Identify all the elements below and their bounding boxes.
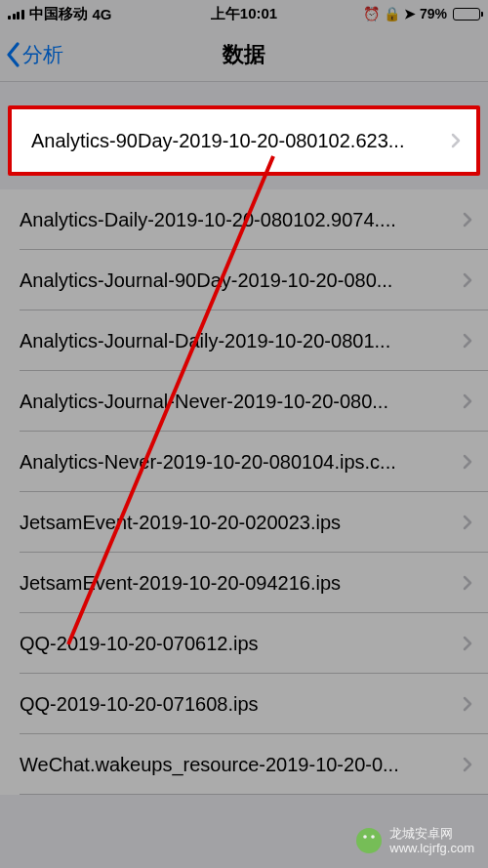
signal-icon	[8, 8, 24, 20]
list-item[interactable]: JetsamEvent-2019-10-20-094216.ips	[0, 553, 488, 613]
status-bar: 中国移动 4G 上午10:01 ⏰ 🔒 ➤ 79%	[0, 0, 488, 27]
list-item[interactable]: Analytics-90Day-2019-10-20-080102.623...	[12, 109, 476, 172]
status-left: 中国移动 4G	[8, 5, 112, 23]
list-item[interactable]: Analytics-Journal-Never-2019-10-20-080..…	[0, 371, 488, 432]
chevron-right-icon	[463, 393, 472, 409]
back-button[interactable]: 分析	[0, 41, 63, 68]
list-item-label: JetsamEvent-2019-10-20-094216.ips	[20, 572, 463, 595]
list-item-label: QQ-2019-10-20-070612.ips	[20, 633, 463, 655]
chevron-right-icon	[463, 696, 472, 712]
list-item-label: Analytics-Journal-Daily-2019-10-20-0801.…	[20, 330, 463, 352]
list-item[interactable]: WeChat.wakeups_resource-2019-10-20-0...	[0, 734, 488, 795]
battery-label: 79%	[420, 6, 447, 21]
lock-icon: 🔒	[384, 6, 400, 21]
status-right: ⏰ 🔒 ➤ 79%	[363, 6, 480, 21]
alarm-icon: ⏰	[363, 6, 380, 21]
chevron-right-icon	[463, 757, 472, 772]
page-title: 数据	[223, 40, 265, 69]
chevron-left-icon	[6, 42, 20, 67]
status-time: 上午10:01	[211, 5, 277, 23]
chevron-right-icon	[463, 515, 472, 530]
watermark-logo-icon	[354, 826, 384, 855]
chevron-right-icon	[463, 212, 472, 227]
chevron-right-icon	[451, 133, 461, 148]
watermark-name: 龙城安卓网	[389, 826, 474, 842]
location-icon: ➤	[404, 6, 416, 21]
list-item-label: Analytics-Never-2019-10-20-080104.ips.c.…	[20, 451, 463, 474]
svg-point-2	[364, 836, 368, 840]
list-item[interactable]: JetsamEvent-2019-10-20-020023.ips	[0, 492, 488, 553]
watermark: 龙城安卓网 www.lcjrfg.com	[354, 826, 474, 856]
chevron-right-icon	[463, 636, 472, 651]
svg-point-1	[356, 828, 382, 853]
chevron-right-icon	[463, 272, 472, 288]
list-item[interactable]: QQ-2019-10-20-070612.ips	[0, 613, 488, 674]
battery-icon	[453, 8, 480, 21]
list-item-label: QQ-2019-10-20-071608.ips	[20, 693, 463, 716]
chevron-right-icon	[463, 575, 472, 591]
list-item[interactable]: QQ-2019-10-20-071608.ips	[0, 674, 488, 734]
network-label: 4G	[93, 6, 112, 22]
list-item-label: Analytics-Daily-2019-10-20-080102.9074..…	[20, 209, 463, 231]
list-item-label: JetsamEvent-2019-10-20-020023.ips	[20, 512, 463, 534]
highlight-annotation: Analytics-90Day-2019-10-20-080102.623...	[8, 105, 480, 176]
list-item-label: Analytics-Journal-90Day-2019-10-20-080..…	[20, 269, 463, 292]
nav-bar: 分析 数据	[0, 27, 488, 82]
svg-point-3	[372, 836, 376, 840]
watermark-url: www.lcjrfg.com	[389, 841, 474, 856]
list-item-label: WeChat.wakeups_resource-2019-10-20-0...	[20, 754, 463, 776]
chevron-right-icon	[463, 454, 472, 470]
list-section: Analytics-Daily-2019-10-20-080102.9074..…	[0, 189, 488, 795]
chevron-right-icon	[463, 333, 472, 349]
back-label: 分析	[22, 41, 63, 68]
list-item[interactable]: Analytics-Journal-Daily-2019-10-20-0801.…	[0, 310, 488, 371]
list-item-label: Analytics-90Day-2019-10-20-080102.623...	[31, 130, 451, 152]
list-item[interactable]: Analytics-Journal-90Day-2019-10-20-080..…	[0, 250, 488, 310]
list-item[interactable]: Analytics-Never-2019-10-20-080104.ips.c.…	[0, 432, 488, 492]
carrier-label: 中国移动	[29, 5, 88, 23]
list-item[interactable]: Analytics-Daily-2019-10-20-080102.9074..…	[0, 189, 488, 250]
list-item-label: Analytics-Journal-Never-2019-10-20-080..…	[20, 391, 463, 413]
